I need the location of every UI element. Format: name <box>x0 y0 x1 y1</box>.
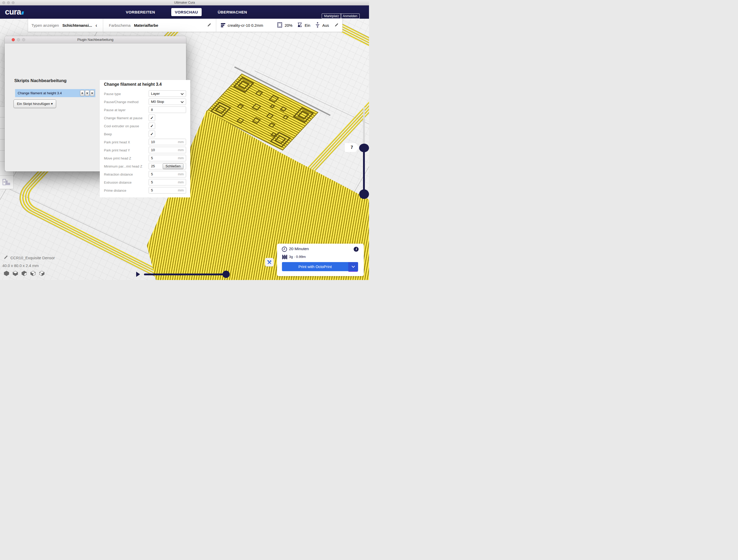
move-script-up-button[interactable]: ∧ <box>80 90 84 96</box>
script-list-item[interactable]: Change filament at height 3.4 ∧ ∨ × <box>15 89 95 97</box>
setting-checkbox[interactable]: ✓ <box>149 114 155 121</box>
edit-colorscheme-pencil-icon[interactable] <box>207 23 211 28</box>
window-title: Ultimaker Cura <box>0 1 369 4</box>
setting-unit: mm <box>178 148 184 152</box>
setting-unit: mm <box>178 172 184 176</box>
layer-slider-track[interactable] <box>363 107 365 148</box>
stage-tabs: VORBEREITENVORSCHAUÜBERWACHEN <box>122 5 251 19</box>
add-script-button[interactable]: Ein Skript hinzufügen ▾ <box>14 99 56 108</box>
setting-row: Park print head X10mm <box>100 139 190 145</box>
setting-checkbox[interactable]: ✓ <box>149 123 155 129</box>
stage-tab-überwachen[interactable]: ÜBERWACHEN <box>214 8 251 16</box>
material-usage-icon <box>282 255 287 259</box>
qr-module <box>268 122 276 128</box>
color-scheme-value[interactable]: Materialfarbe <box>134 23 158 28</box>
print-button[interactable]: Print with OctoPrint <box>282 262 358 271</box>
scripts-heading: Skripts Nachbearbeitung <box>14 78 66 83</box>
view-type-section[interactable]: Typen anzeigen Schichtenansi... ‹ <box>28 19 103 32</box>
view-front-button[interactable] <box>12 270 18 277</box>
setting-value: 5 <box>151 188 153 192</box>
layer-slider-lower-handle[interactable] <box>359 189 369 199</box>
view-right-button[interactable] <box>39 270 45 277</box>
setting-input[interactable]: 10mm <box>149 147 186 153</box>
stairs-icon <box>6 180 10 185</box>
setting-input[interactable]: 5mm <box>149 155 186 161</box>
layer-height-icon <box>221 23 225 27</box>
setting-label: Change filament at pause <box>104 116 142 120</box>
setting-value: Layer <box>151 92 160 96</box>
view-type-value[interactable]: Schichtenansi... <box>62 23 92 28</box>
move-script-down-button[interactable]: ∨ <box>85 90 89 96</box>
qr-module <box>269 95 279 103</box>
rename-pencil-icon[interactable] <box>4 255 8 260</box>
setting-value: M0 Stop <box>151 100 164 104</box>
stage-tab-vorbereiten[interactable]: VORBEREITEN <box>122 8 159 16</box>
infill-icon <box>277 22 282 29</box>
setting-row: Pause typeLayer <box>100 90 190 97</box>
support-blocker-tool[interactable] <box>0 175 13 189</box>
setting-label: Retraction distance <box>104 172 133 176</box>
setting-input[interactable]: 5mm <box>149 171 186 177</box>
hammer-wrench-icon <box>267 260 272 265</box>
setting-label: Extrusion distance <box>104 180 131 184</box>
setting-input[interactable]: 5mm <box>149 187 186 193</box>
qr-module <box>283 115 289 120</box>
remove-script-button[interactable]: × <box>90 90 94 96</box>
setting-row: Cool extruder on pause✓ <box>100 123 190 129</box>
setting-row: Change filament at pause✓ <box>100 114 190 121</box>
setting-row: Prime distance5mm <box>100 187 190 193</box>
dialog-titlebar[interactable]: Plugin Nachbearbeitung <box>5 36 186 43</box>
setting-input[interactable]: 8 <box>149 106 186 113</box>
setting-input[interactable]: 5mm <box>149 179 186 185</box>
qr-module <box>237 104 244 109</box>
dialog-title: Plugin Nachbearbeitung <box>5 38 186 42</box>
setting-select[interactable]: M0 Stop <box>149 98 186 105</box>
setting-row: Pause/Change methodM0 Stop <box>100 98 190 105</box>
print-button-label: Print with OctoPrint <box>282 264 348 269</box>
setting-label: Pause/Change method <box>104 100 138 104</box>
print-settings-section[interactable]: creality-cr-10 0.2mm 20% Ein Aus <box>216 19 342 32</box>
info-icon[interactable]: i <box>354 247 359 252</box>
blocker-icon <box>3 179 6 185</box>
setting-value: 25 <box>151 164 155 168</box>
signin-button[interactable]: Anmelden <box>340 13 360 19</box>
qr-module <box>252 117 261 124</box>
setting-select[interactable]: Layer <box>149 90 186 97</box>
qr-module <box>280 106 287 112</box>
setting-value: 5 <box>151 180 153 184</box>
setting-label: Minimum par...rint head Z <box>104 164 142 168</box>
object-dimensions: 40.0 x 80.0 x 2.4 mm <box>2 263 55 268</box>
support-icon <box>297 22 302 28</box>
marketplace-button[interactable]: Marktplatz <box>322 13 341 19</box>
setting-label: Move print head Z <box>104 156 131 160</box>
print-options-dropdown[interactable] <box>348 262 358 271</box>
color-scheme-section[interactable]: Farbschema Materialfarbe <box>103 19 216 32</box>
setting-checkbox[interactable]: ✓ <box>149 131 155 137</box>
tools-button[interactable] <box>265 258 274 266</box>
setting-label: Beep <box>104 132 112 136</box>
caret-down-icon: ▾ <box>51 102 53 106</box>
chevron-down-icon <box>352 264 355 268</box>
app-window: Ultimaker Cura cura VORBEREITENVORSCHAUÜ… <box>0 0 369 280</box>
path-slider[interactable] <box>144 273 228 275</box>
view-top-button[interactable] <box>21 270 27 277</box>
print-job-card: 20 Minuten i 3g · 0.99m Print with OctoP… <box>277 243 364 276</box>
close-dialog-button[interactable]: Schließen <box>163 163 183 169</box>
view-3d-button[interactable] <box>4 270 9 277</box>
view-left-button[interactable] <box>30 270 36 277</box>
setting-input[interactable]: 10mm <box>149 139 186 145</box>
color-scheme-label: Farbschema <box>109 23 130 28</box>
path-slider-handle[interactable] <box>223 270 230 278</box>
infill-value: 20% <box>285 23 292 28</box>
setting-label: Cool extruder on pause <box>104 124 139 128</box>
adhesion-icon <box>315 22 320 29</box>
edit-settings-pencil-icon[interactable] <box>334 23 339 28</box>
layer-slider-upper-handle[interactable] <box>359 144 369 152</box>
collapse-icon[interactable]: ‹ <box>95 22 97 28</box>
setting-value: 10 <box>151 148 155 152</box>
play-icon[interactable] <box>136 272 140 277</box>
setting-unit: mm <box>178 188 184 192</box>
stage-tab-vorschau[interactable]: VORSCHAU <box>171 8 202 16</box>
layer-slider-range[interactable] <box>363 147 365 194</box>
setting-label: Pause type <box>104 92 121 96</box>
